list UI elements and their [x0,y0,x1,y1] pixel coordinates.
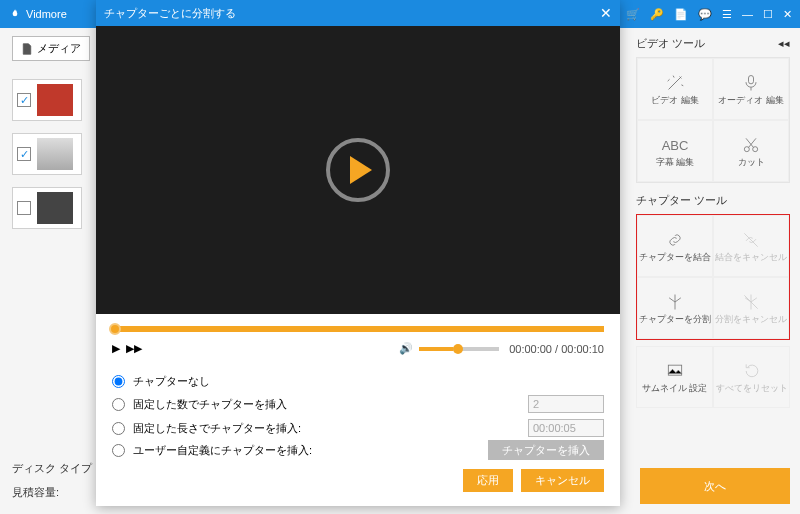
play-button[interactable] [326,138,390,202]
cancel-button[interactable]: キャンセル [521,469,604,492]
modal-titlebar: チャプターごとに分割する ✕ [96,0,620,26]
collapse-icon[interactable]: ◂◂ [778,37,790,50]
play-small-icon[interactable]: ▶ [112,342,120,355]
cell-label: カット [738,158,765,168]
thumbnail-setting-button[interactable]: サムネイル 設定 [636,346,713,408]
split-icon [664,291,686,313]
seek-knob[interactable] [109,323,121,335]
volume-slider[interactable] [419,347,499,351]
radio-length[interactable] [112,422,125,435]
media-button-label: メディア [37,41,81,56]
chapter-tools-label: チャプター ツール [636,193,727,208]
close-icon[interactable]: ✕ [600,5,612,21]
key-icon[interactable]: 🔑 [650,8,664,21]
checkbox[interactable] [17,201,31,215]
count-input[interactable]: 2 [528,395,604,413]
image-icon [664,360,686,382]
mic-icon [740,72,762,94]
chapter-options: チャプターなし 固定した数でチャプターを挿入 2 固定した長さでチャプターを挿入… [96,365,620,469]
cell-label: サムネイル 設定 [642,384,708,394]
volume-control: 🔊 [399,342,499,355]
split-chapter-button[interactable]: チャプターを分割 [637,277,713,339]
option-count-row[interactable]: 固定した数でチャプターを挿入 2 [112,392,604,416]
radio-none[interactable] [112,375,125,388]
merge-chapter-button[interactable]: チャプターを結合 [637,215,713,277]
next-button-label: 次へ [704,479,726,494]
cart-icon[interactable]: 🛒 [626,8,640,21]
time-display: 00:00:00 / 00:00:10 [509,343,604,355]
cell-label: チャプターを結合 [639,253,711,263]
option-length-row[interactable]: 固定した長さでチャプターを挿入: 00:00:05 [112,416,604,440]
unlink-icon [740,229,762,251]
bottom-info: ディスク タイプ 見積容量: [12,456,92,504]
option-none-label: チャプターなし [133,374,210,389]
cell-label: チャプターを分割 [639,315,711,325]
menu-icon[interactable]: ☰ [722,8,732,21]
time-current: 00:00:00 [509,343,552,355]
play-icon [350,156,372,184]
svg-rect-0 [749,76,754,84]
option-user-row[interactable]: ユーザー自定義にチャプターを挿入: チャプターを挿入 [112,440,604,461]
reset-all-button[interactable]: すべてをリセット [713,346,790,408]
right-panel: ビデオ ツール ◂◂ ビデオ 編集 オーディオ 編集 ABC 字幕 編集 カット… [630,28,800,514]
cancel-split-button[interactable]: 分割をキャンセル [713,277,789,339]
close-window-icon[interactable]: ✕ [783,8,792,21]
modal-title: チャプターごとに分割する [104,6,236,21]
video-player [96,26,620,314]
insert-chapter-button[interactable]: チャプターを挿入 [488,440,604,460]
disc-type-label: ディスク タイプ [12,456,92,480]
volume-knob[interactable] [453,344,463,354]
volume-icon[interactable]: 🔊 [399,342,413,355]
cut-button[interactable]: カット [713,120,789,182]
thumbnail [37,84,73,116]
audio-edit-button[interactable]: オーディオ 編集 [713,58,789,120]
minimize-icon[interactable]: — [742,8,753,20]
next-button[interactable]: 次へ [640,468,790,504]
abc-icon: ABC [664,134,686,156]
checkbox[interactable]: ✓ [17,93,31,107]
thumbnail [37,138,73,170]
media-button[interactable]: メディア [12,36,90,61]
cell-label: オーディオ 編集 [718,96,784,106]
scissors-icon [740,134,762,156]
no-split-icon [740,291,762,313]
doc-icon[interactable]: 📄 [674,8,688,21]
cell-label: 結合をキャンセル [715,253,787,263]
list-item[interactable]: ✓ [12,133,82,175]
cell-label: すべてをリセット [716,384,788,394]
modal-buttons: 応用 キャンセル [96,469,620,502]
chapter-tools-grid: チャプターを結合 結合をキャンセル チャプターを分割 分割をキャンセル [636,214,790,340]
subtitle-edit-button[interactable]: ABC 字幕 編集 [637,120,713,182]
length-input[interactable]: 00:00:05 [528,419,604,437]
checkbox[interactable]: ✓ [17,147,31,161]
video-tools-label: ビデオ ツール [636,36,705,51]
link-icon [664,229,686,251]
list-item[interactable] [12,187,82,229]
option-none-row[interactable]: チャプターなし [112,371,604,392]
time-total: 00:00:10 [561,343,604,355]
maximize-icon[interactable]: ☐ [763,8,773,21]
video-tools-title: ビデオ ツール ◂◂ [636,36,790,51]
thumbnail [37,192,73,224]
chat-icon[interactable]: 💬 [698,8,712,21]
app-logo: Vidmore [8,7,67,21]
list-item[interactable]: ✓ [12,79,82,121]
next-frame-icon[interactable]: ▶▶ [126,342,142,355]
svg-rect-3 [668,365,681,375]
radio-count[interactable] [112,398,125,411]
cell-label: 字幕 編集 [656,158,695,168]
file-icon [21,42,33,56]
radio-user[interactable] [112,444,125,457]
cancel-merge-button[interactable]: 結合をキャンセル [713,215,789,277]
wand-icon [664,72,686,94]
video-edit-button[interactable]: ビデオ 編集 [637,58,713,120]
apply-button[interactable]: 応用 [463,469,513,492]
reset-icon [741,360,763,382]
window-controls: 🛒 🔑 📄 💬 ☰ — ☐ ✕ [626,8,792,21]
chapter-tools-title: チャプター ツール [636,193,790,208]
cell-label: ビデオ 編集 [651,96,699,106]
seek-track[interactable] [96,314,620,338]
app-name: Vidmore [26,8,67,20]
video-tools-grid: ビデオ 編集 オーディオ 編集 ABC 字幕 編集 カット [636,57,790,183]
option-user-label: ユーザー自定義にチャプターを挿入: [133,443,312,458]
